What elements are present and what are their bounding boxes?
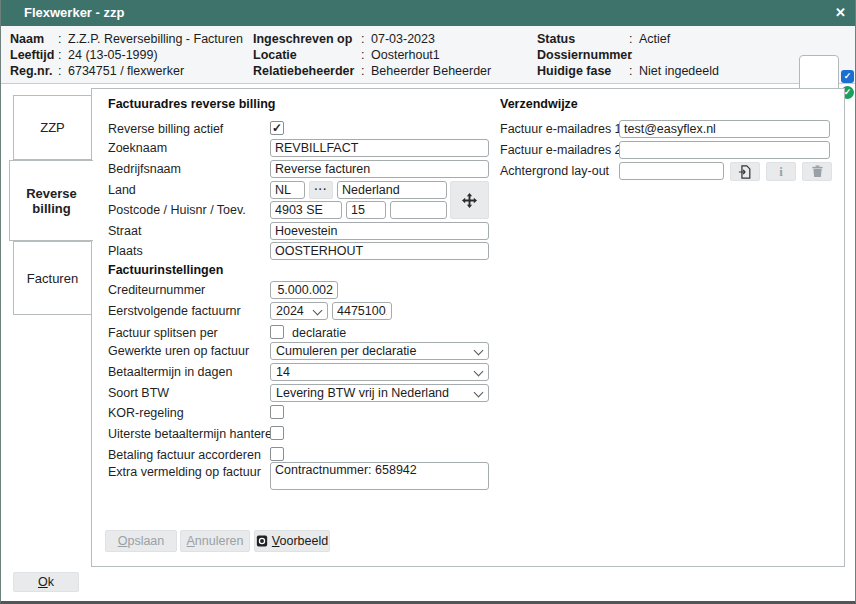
factuurnr-jaar-select[interactable]: 2024 [270, 302, 328, 320]
gewerkte-uren-value: Cumuleren per declaratie [276, 344, 416, 358]
import-document-icon [738, 165, 752, 179]
window-title: Flexwerker - zzp [24, 0, 124, 26]
regnr-value: 6734751 / flexwerker [68, 63, 184, 79]
reverse-billing-actief-label: Reverse billing actief [108, 122, 223, 136]
factuur-splitsen-label: Factuur splitsen per [108, 326, 218, 340]
chevron-down-icon [313, 306, 323, 316]
section-verzendwijze: Verzendwijze [500, 97, 578, 111]
postcode-input[interactable] [270, 201, 342, 219]
annuleren-label: Annuleren [187, 534, 244, 548]
gewerkte-uren-select[interactable]: Cumuleren per declaratie [270, 342, 489, 360]
tab-facturen-label: Facturen [27, 271, 78, 286]
title-bar: Flexwerker - zzp ✕ [1, 0, 855, 26]
chevron-down-icon [474, 367, 484, 377]
header-group-status: Status:Actief Dossiernummer: Huidige fas… [537, 31, 719, 79]
email1-label: Factuur e-mailadres 1 [500, 122, 622, 136]
dossiernummer-label: Dossiernummer [537, 47, 629, 63]
opslaan-button[interactable]: Opslaan [105, 530, 177, 552]
declaratie-option-label: declaratie [292, 326, 346, 340]
huidige-fase-label: Huidige fase [537, 63, 629, 79]
status-value: Actief [639, 31, 670, 47]
status-label: Status [537, 31, 629, 47]
reverse-billing-actief-checkbox[interactable]: ✓ [270, 121, 284, 135]
betaaltermijn-select[interactable]: 14 [270, 363, 489, 381]
land-label: Land [108, 183, 136, 197]
achtergrond-layout-label: Achtergrond lay-out [500, 164, 609, 178]
info-icon: i [779, 164, 783, 180]
ingeschreven-label: Ingeschreven op [253, 31, 361, 47]
layout-upload-button[interactable] [730, 162, 760, 181]
tab-zzp[interactable]: ZZP [13, 95, 92, 160]
naam-value: Z.Z.P. Reversebilling - Facturen [68, 31, 243, 47]
trash-icon [811, 165, 824, 178]
layout-delete-button[interactable] [802, 162, 832, 181]
betaling-accorderen-label: Betaling factuur accorderen [108, 448, 261, 462]
move-icon [462, 193, 477, 208]
voorbeeld-button[interactable]: Voorbeeld [254, 530, 330, 552]
opslaan-label: Opslaan [118, 534, 165, 548]
regnr-label: Reg.nr. [10, 63, 58, 79]
tab-facturen[interactable]: Facturen [13, 241, 92, 315]
email2-input[interactable] [619, 141, 830, 159]
straat-input[interactable] [270, 222, 489, 240]
bedrijfsnaam-input[interactable] [270, 160, 489, 178]
zoeknaam-label: Zoeknaam [108, 141, 167, 155]
chevron-down-icon [474, 346, 484, 356]
relatiebeheerder-value: Beheerder Beheerder [371, 63, 491, 79]
huisnr-input[interactable] [346, 201, 386, 219]
bedrijfsnaam-label: Bedrijfsnaam [108, 162, 181, 176]
betaling-accorderen-checkbox[interactable] [270, 447, 284, 461]
crediteurnummer-input[interactable] [270, 281, 338, 299]
factuurnr-input[interactable] [332, 302, 392, 320]
extra-vermelding-label: Extra vermelding op factuur [108, 465, 261, 479]
tab-reverse-billing[interactable]: Reverse billing [9, 160, 93, 241]
plaats-input[interactable] [270, 242, 489, 260]
address-move-button[interactable] [450, 181, 489, 219]
colon: : [629, 47, 639, 63]
annuleren-button[interactable]: Annuleren [180, 530, 250, 552]
header-group-registration: Ingeschreven op:07-03-2023 Locatie:Ooste… [253, 31, 491, 79]
land-lookup-button[interactable]: ··· [309, 181, 333, 199]
land-code-input[interactable] [270, 181, 305, 199]
ok-label: Ok [38, 575, 54, 589]
soort-btw-select[interactable]: Levering BTW vrij in Nederland [270, 384, 489, 402]
ellipsis-icon: ··· [315, 187, 328, 193]
flexwerker-window: Flexwerker - zzp ✕ Naam:Z.Z.P. Reversebi… [0, 0, 856, 604]
plaats-label: Plaats [108, 244, 143, 258]
layout-info-button[interactable]: i [766, 162, 796, 181]
section-factuuradres: Factuuradres reverse billing [108, 97, 275, 111]
colon: : [629, 63, 639, 79]
factuur-splitsen-checkbox[interactable] [270, 325, 284, 339]
email2-label: Factuur e-mailadres 2 [500, 143, 622, 157]
zoeknaam-input[interactable] [270, 139, 489, 157]
tab-zzp-label: ZZP [40, 120, 65, 135]
land-naam-input[interactable] [337, 181, 447, 199]
ingeschreven-value: 07-03-2023 [371, 31, 435, 47]
kor-regeling-checkbox[interactable] [270, 405, 284, 419]
factuurnr-label: Eerstvolgende factuurnr [108, 304, 241, 318]
soort-btw-value: Levering BTW vrij in Nederland [276, 386, 449, 400]
postcode-label: Postcode / Huisnr / Toev. [108, 203, 246, 217]
toevoeging-input[interactable] [390, 201, 447, 219]
close-icon[interactable]: ✕ [835, 0, 846, 26]
reverse-billing-panel: Factuuradres reverse billing Reverse bil… [91, 88, 845, 567]
betaaltermijn-value: 14 [276, 365, 290, 379]
naam-label: Naam [10, 31, 58, 47]
factuurnr-jaar-value: 2024 [276, 304, 304, 318]
ok-button[interactable]: Ok [13, 572, 79, 592]
achtergrond-layout-input[interactable] [619, 162, 724, 180]
leeftijd-value: 24 (13-05-1999) [68, 47, 158, 63]
soort-btw-label: Soort BTW [108, 386, 169, 400]
chevron-down-icon [474, 388, 484, 398]
email1-input[interactable] [619, 120, 830, 138]
extra-vermelding-textarea[interactable]: Contractnummer: 658942 [270, 462, 489, 490]
crediteurnummer-label: Crediteurnummer [108, 283, 205, 297]
colon: : [58, 47, 68, 63]
huidige-fase-value: Niet ingedeeld [639, 63, 719, 79]
locatie-value: Oosterhout1 [371, 47, 440, 63]
kor-regeling-label: KOR-regeling [108, 406, 184, 420]
colon: : [361, 31, 371, 47]
uiterste-betaaltermijn-checkbox[interactable] [270, 426, 284, 440]
colon: : [629, 31, 639, 47]
blue-check-indicator[interactable]: ✓ [841, 70, 854, 83]
